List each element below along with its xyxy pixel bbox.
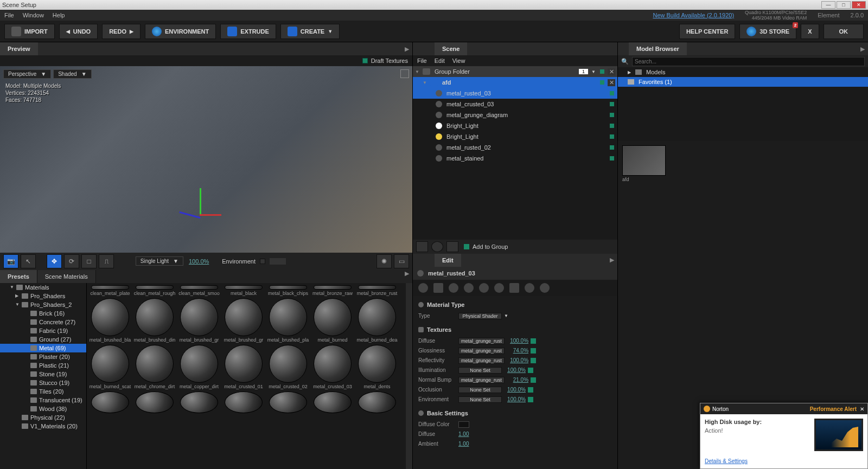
type-select[interactable]: Physical Shader bbox=[458, 313, 502, 319]
tree-item[interactable]: Plaster (20) bbox=[0, 352, 86, 361]
light-mode-select[interactable]: Single Light▼ bbox=[136, 256, 183, 266]
material-item[interactable]: metal_dents bbox=[356, 345, 398, 389]
scene-item[interactable]: Bright_Light bbox=[413, 131, 617, 142]
scene-item[interactable]: metal_stained bbox=[413, 153, 617, 164]
create-button[interactable]: CREATE▼ bbox=[280, 24, 340, 39]
delete-icon[interactable]: ✕ bbox=[608, 68, 615, 75]
material-item[interactable]: metal_brushed_din bbox=[133, 298, 176, 343]
model-browser-tree[interactable]: ▶Models Favorites (1) bbox=[618, 67, 868, 87]
environment-button[interactable]: ENVIRONMENT bbox=[145, 24, 216, 39]
scrollbar[interactable] bbox=[406, 283, 412, 470]
material-item[interactable]: metal_brushed_pla bbox=[267, 298, 309, 343]
texture-checkbox[interactable] bbox=[531, 348, 536, 354]
toggle-icon[interactable]: ▼ bbox=[423, 80, 428, 85]
visibility-toggle[interactable] bbox=[610, 124, 614, 128]
rotate-tool[interactable]: ⟳ bbox=[64, 254, 79, 268]
texture-percent[interactable]: 74.0% bbox=[507, 348, 528, 354]
channel-icon[interactable] bbox=[525, 283, 534, 293]
help-center-button[interactable]: HELP CENTER bbox=[679, 24, 735, 39]
scene-item[interactable]: metal_grunge_diagram bbox=[413, 110, 617, 120]
models-row[interactable]: ▶Models bbox=[618, 67, 868, 77]
prop-value[interactable]: 1.00 bbox=[458, 441, 469, 447]
scene-item[interactable]: Bright_Light bbox=[413, 120, 617, 131]
scene-tab[interactable]: Scene bbox=[435, 42, 467, 55]
scene-item[interactable]: metal_rusted_02 bbox=[413, 142, 617, 153]
texture-map-select[interactable]: metal_grunge_rust bbox=[458, 357, 505, 364]
material-tree[interactable]: ▼Materials▶Pro_Shaders▼Pro_Shaders_2Bric… bbox=[0, 283, 87, 470]
material-item[interactable] bbox=[89, 391, 131, 413]
expand-icon[interactable]: ▶ bbox=[607, 256, 617, 264]
channel-icon[interactable] bbox=[418, 283, 428, 293]
texture-percent[interactable]: 100.0% bbox=[504, 367, 526, 373]
add-folder-icon[interactable] bbox=[416, 241, 428, 252]
material-item[interactable]: metal_brushed_gr bbox=[178, 298, 220, 343]
tree-item[interactable]: Brick (16) bbox=[0, 309, 86, 318]
model-browser-tab[interactable]: Model Browser bbox=[629, 42, 687, 55]
scene-tree[interactable]: ▼ Group Folder 1 ▼ ✕ ▼ afd ✕ metal_ruste… bbox=[413, 66, 617, 240]
edit-body[interactable]: Material Type Type Physical Shader ▼ Tex… bbox=[413, 296, 617, 470]
material-item[interactable]: metal_brushed_gr bbox=[222, 298, 265, 343]
texture-checkbox[interactable] bbox=[528, 368, 533, 373]
expand-icon[interactable]: ▶ bbox=[401, 270, 412, 283]
redo-button[interactable]: REDO▶ bbox=[102, 24, 141, 39]
scene-menu-view[interactable]: View bbox=[452, 57, 465, 64]
group-count[interactable]: 1 bbox=[579, 69, 588, 74]
tree-item[interactable]: Stucco (19) bbox=[0, 378, 86, 387]
texture-map-select[interactable]: metal_grunge_rust bbox=[458, 377, 505, 383]
material-item[interactable] bbox=[133, 391, 176, 413]
scale-tool[interactable]: □ bbox=[81, 254, 97, 268]
scene-item[interactable]: metal_rusted_03 bbox=[413, 88, 617, 99]
menu-help[interactable]: Help bbox=[53, 12, 65, 18]
material-item[interactable]: metal_crusted_01 bbox=[222, 345, 265, 389]
tree-item[interactable]: ▼Materials bbox=[0, 283, 86, 292]
material-item[interactable]: metal_brushed_bla bbox=[89, 298, 131, 343]
visibility-toggle[interactable] bbox=[610, 113, 614, 117]
material-item[interactable]: metal_burned_scat bbox=[89, 345, 131, 389]
texture-percent[interactable]: 100.0% bbox=[507, 357, 528, 363]
texture-checkbox[interactable] bbox=[528, 397, 533, 402]
tree-item[interactable]: Tiles (20) bbox=[0, 387, 86, 396]
visibility-toggle[interactable] bbox=[600, 69, 604, 74]
channel-icon[interactable] bbox=[433, 283, 443, 293]
undo-button[interactable]: ◀UNDO bbox=[59, 24, 98, 39]
3d-store-button[interactable]: 3D STORE2 bbox=[739, 24, 796, 39]
edit-tab[interactable]: Edit bbox=[435, 254, 461, 267]
add-light-icon[interactable] bbox=[446, 241, 458, 252]
scene-menu-file[interactable]: File bbox=[417, 57, 427, 64]
material-item[interactable]: metal_bronze_raw bbox=[311, 285, 354, 296]
axis-x[interactable] bbox=[200, 214, 221, 216]
textures-section[interactable]: Textures bbox=[418, 326, 612, 333]
favorites-row[interactable]: Favorites (1) bbox=[618, 77, 868, 87]
tree-item[interactable]: Wood (38) bbox=[0, 404, 86, 413]
menu-window[interactable]: Window bbox=[23, 12, 44, 18]
material-item[interactable]: metal_black_chips bbox=[267, 285, 309, 296]
texture-map-select[interactable]: None Set bbox=[458, 396, 502, 403]
channel-icon[interactable] bbox=[509, 283, 519, 293]
chevron-down-icon[interactable]: ▼ bbox=[591, 69, 596, 74]
import-button[interactable]: IMPORT bbox=[4, 24, 55, 39]
axis-y[interactable] bbox=[200, 188, 201, 215]
material-item[interactable] bbox=[222, 391, 265, 413]
basic-settings-section[interactable]: Basic Settings bbox=[418, 410, 612, 416]
tree-item[interactable]: V1_Materials (20) bbox=[0, 422, 86, 431]
fullscreen-icon[interactable] bbox=[400, 69, 409, 78]
visibility-toggle[interactable] bbox=[610, 145, 614, 150]
presets-tab[interactable]: Presets bbox=[0, 270, 37, 283]
monitor-icon[interactable]: ▭ bbox=[394, 254, 409, 268]
material-item[interactable]: metal_crusted_03 bbox=[311, 345, 354, 389]
shading-select[interactable]: Shaded▼ bbox=[53, 69, 91, 79]
delete-icon[interactable]: ✕ bbox=[608, 79, 615, 86]
settings-icon[interactable]: ✺ bbox=[376, 254, 392, 268]
toast-close-icon[interactable]: ✕ bbox=[860, 406, 864, 412]
texture-percent[interactable]: 100.0% bbox=[504, 396, 526, 402]
axis-z[interactable] bbox=[179, 211, 200, 219]
visibility-toggle[interactable] bbox=[600, 80, 604, 85]
material-item[interactable] bbox=[178, 391, 220, 413]
tree-item[interactable]: Concrete (27) bbox=[0, 318, 86, 326]
tree-item[interactable]: ▼Pro_Shaders_2 bbox=[0, 300, 86, 309]
maximize-button[interactable]: □ bbox=[837, 1, 851, 9]
channel-icon[interactable] bbox=[449, 283, 458, 293]
chevron-down-icon[interactable]: ▼ bbox=[504, 313, 508, 318]
group-row[interactable]: ▼ afd ✕ bbox=[413, 77, 617, 88]
group-folder-row[interactable]: ▼ Group Folder 1 ▼ ✕ bbox=[413, 66, 617, 77]
